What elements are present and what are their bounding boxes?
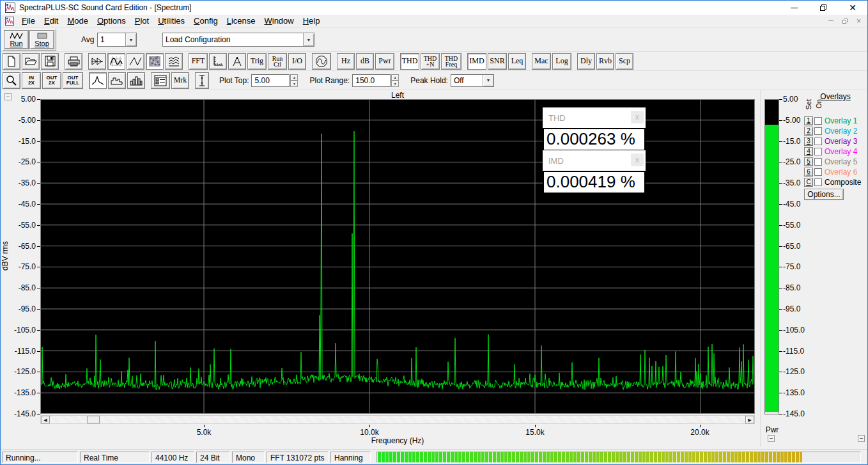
io-device-button[interactable]: I/O [288,53,306,70]
menu-file[interactable]: File [17,16,40,26]
scroll-right-arrow-icon[interactable]: ▶ [745,416,754,423]
child-window-icon[interactable] [5,17,14,26]
histogram-style-button[interactable] [127,72,145,89]
process-fastforward-button[interactable] [88,53,106,70]
plot-range-input[interactable]: 150.0 [352,74,391,87]
menu-config[interactable]: Config [189,16,222,26]
overlay-set-button-4[interactable]: 4 [804,147,813,156]
fft-settings-button[interactable]: FFT [189,53,208,70]
overlay-set-button-3[interactable]: 3 [804,137,813,146]
thd-readout-close-icon[interactable]: x [631,111,644,123]
plot-toolbar: IN2X OUT2X OUTFULL Mrk Plot Top: 5.00 ▲▼… [1,71,867,90]
line-plot-style-button[interactable] [89,72,107,89]
overlay-on-checkbox-3[interactable] [814,138,822,145]
waveform-view-button[interactable] [127,53,144,70]
run-control-button[interactable]: RunCtl [268,53,287,70]
calibration-button[interactable] [228,53,246,70]
spectrum-view-button[interactable] [107,53,125,70]
overlay-on-checkbox-4[interactable] [814,148,822,155]
spectrum-plot-canvas[interactable] [40,99,755,414]
surface-view-button[interactable] [165,53,183,70]
load-configuration-dropdown-arrow-icon[interactable]: ▼ [303,33,314,46]
marker-button[interactable]: Mrk [171,72,189,89]
snr-button[interactable]: SNR [488,53,507,70]
leq-button[interactable]: Leq [508,53,526,70]
print-button[interactable] [65,53,82,70]
vertical-scale-button[interactable] [195,72,209,89]
overlay-set-button-c[interactable]: C [804,178,813,187]
mdi-restore-button[interactable] [839,16,851,26]
zoom-out-2x-button[interactable]: OUT2X [42,72,61,89]
delay-finder-button[interactable]: Dly [577,53,595,70]
overlay-collapse-button[interactable]: – [858,435,865,442]
bar-plot-style-button[interactable] [108,72,126,89]
menu-options[interactable]: Options [93,16,130,26]
scaling-button[interactable] [209,53,227,70]
overlay-on-checkbox-c[interactable] [814,178,822,186]
avg-combobox[interactable]: 1 ▼ [97,33,137,47]
menu-help[interactable]: Help [298,16,325,26]
new-file-button[interactable] [3,53,20,70]
menu-edit[interactable]: Edit [40,16,63,26]
menu-window[interactable]: Window [260,16,298,26]
zoom-in-2x-button[interactable]: IN2X [22,72,41,89]
plot-range-spin-down-icon[interactable]: ▼ [391,81,399,87]
run-button[interactable]: Run [4,30,29,49]
decibel-units-button[interactable]: dB [356,53,374,70]
mdi-minimize-button[interactable] [825,16,837,26]
menu-license[interactable]: License [222,16,260,26]
avg-dropdown-arrow-icon[interactable]: ▼ [125,33,136,46]
zoom-out-full-button[interactable]: OUTFULL [63,72,83,89]
plot-range-spin-up-icon[interactable]: ▲ [391,74,399,81]
plot-top-spin-up-icon[interactable]: ▲ [290,74,298,81]
overlay-set-button-1[interactable]: 1 [804,116,813,125]
spectrogram-view-button[interactable] [146,53,164,70]
thd-freq-button[interactable]: THDFreq [441,53,461,70]
save-file-button[interactable] [41,53,59,70]
frequency-units-button[interactable]: Hz [337,53,355,70]
close-button[interactable]: ✕ [838,1,867,15]
plot-range-spinner[interactable]: ▲▼ [391,74,399,87]
peak-hold-combobox[interactable]: Off ▼ [451,74,494,87]
overlay-set-button-2[interactable]: 2 [804,127,813,136]
overlay-on-checkbox-6[interactable] [814,168,822,176]
open-file-button[interactable] [22,53,40,70]
frequency-scrollbar[interactable]: ◀ ▶ [40,415,755,424]
menu-mode[interactable]: Mode [63,16,93,26]
plot-top-spin-down-icon[interactable]: ▼ [290,81,298,87]
imd-readout-close-icon[interactable]: x [631,154,644,166]
logging-button[interactable]: Log [552,53,571,70]
mdi-close-button[interactable]: × [853,16,865,26]
meter-collapse-button[interactable]: – [768,435,775,442]
overlays-options-button[interactable]: Options... [804,189,844,200]
scroll-left-arrow-icon[interactable]: ◀ [41,416,50,423]
plot-top-spinner[interactable]: ▲▼ [290,74,298,87]
trigger-button[interactable]: Trig [247,53,267,70]
overlay-set-button-6[interactable]: 6 [804,168,813,177]
signal-generator-button[interactable] [312,53,331,70]
thd-plus-n-button[interactable]: THD+N [421,53,440,70]
overlays-title-link[interactable]: Overlays [803,92,867,101]
thd-button[interactable]: THD [400,53,419,70]
display-details-button[interactable] [151,72,170,89]
peak-hold-dropdown-arrow-icon[interactable]: ▼ [483,75,493,86]
reverb-button[interactable]: Rvb [596,53,614,70]
overlay-on-checkbox-5[interactable] [814,158,822,166]
overlay-on-checkbox-2[interactable] [814,127,822,135]
power-units-button[interactable]: Pwr [375,53,394,70]
scope-button[interactable]: Scp [616,53,633,70]
stop-button[interactable]: Stop [29,30,54,49]
overlay-on-checkbox-1[interactable] [814,117,822,125]
load-configuration-combobox[interactable]: Load Configuration ▼ [162,33,314,47]
menu-utilities[interactable]: Utilities [153,16,189,26]
restore-button[interactable] [809,1,838,15]
overlay-set-button-5[interactable]: 5 [804,157,813,166]
meter-tick-label: -125.0 [783,367,812,376]
zoom-button[interactable] [3,72,20,89]
scrollbar-thumb[interactable] [87,416,100,423]
minimize-button[interactable] [779,1,809,15]
macro-button[interactable]: Mac [532,53,551,70]
menu-plot[interactable]: Plot [130,16,153,26]
imd-button[interactable]: IMD [467,53,486,70]
plot-top-input[interactable]: 5.00 [251,74,290,87]
